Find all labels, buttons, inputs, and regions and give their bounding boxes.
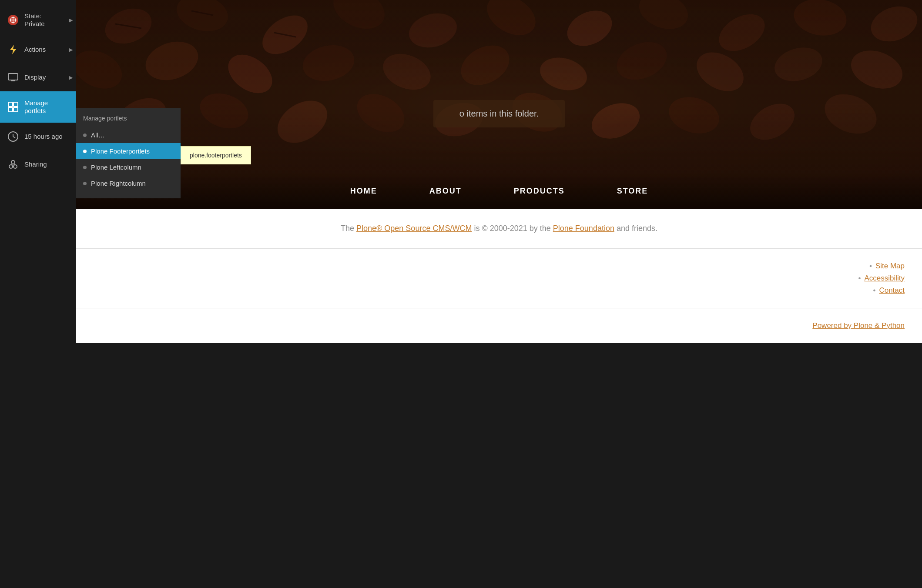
- sidebar-item-state[interactable]: State: Private ▶: [0, 4, 76, 36]
- footer-link-sitemap: Site Map: [869, 262, 905, 271]
- svg-rect-5: [8, 74, 18, 80]
- contact-link[interactable]: Contact: [879, 286, 905, 295]
- sidebar-item-history[interactable]: 15 hours ago: [0, 123, 76, 150]
- sidebar-history-label: 15 hours ago: [24, 133, 63, 140]
- folder-message-text: o items in this folder.: [459, 109, 539, 118]
- copyright-prefix: The: [341, 224, 354, 233]
- svg-line-18: [11, 164, 13, 165]
- dropdown-item-all[interactable]: All…: [76, 127, 181, 143]
- svg-rect-10: [8, 107, 13, 112]
- svg-line-19: [13, 164, 15, 165]
- dropdown-item-label: Plone Rightcolumn: [91, 180, 146, 187]
- sidebar-item-manage-portlets[interactable]: Manage portlets: [0, 91, 76, 123]
- manage-portlets-dropdown: Manage portlets All… Plone Footerportlet…: [76, 108, 251, 198]
- dropdown-item-label: All…: [91, 131, 105, 139]
- sitemap-link[interactable]: Site Map: [875, 262, 905, 271]
- dropdown-item-label: Plone Leftcolumn: [91, 164, 141, 171]
- bullet-icon: [83, 150, 87, 153]
- dropdown-item-footerportlets[interactable]: Plone Footerportlets: [76, 143, 181, 159]
- powered-by-link[interactable]: Powered by Plone & Python: [812, 321, 905, 330]
- bullet-icon: [83, 182, 87, 185]
- chevron-right-icon: ▶: [69, 17, 73, 23]
- footer-copyright: The Plone® Open Source CMS/WCM is © 2000…: [76, 209, 922, 249]
- sidebar-portlets-label: Manage portlets: [24, 99, 69, 115]
- portlets-icon: [7, 101, 19, 113]
- tooltip-box: plone.footerportlets: [181, 146, 251, 164]
- svg-point-15: [9, 165, 13, 168]
- main-content: HOME ABOUT PRODUCTS STORE o items in thi…: [76, 0, 922, 588]
- bullet-icon: [83, 134, 87, 137]
- sidebar-sharing-label: Sharing: [24, 160, 47, 168]
- nav-home[interactable]: HOME: [350, 187, 377, 196]
- dropdown-title: Manage portlets: [76, 115, 181, 127]
- chevron-right-icon: ▶: [69, 75, 73, 80]
- state-icon: [7, 14, 19, 26]
- nav-products[interactable]: PRODUCTS: [514, 187, 565, 196]
- foundation-link[interactable]: Plone Foundation: [553, 224, 614, 233]
- footer-links: Site Map Accessibility Contact: [76, 249, 922, 308]
- svg-rect-11: [13, 107, 18, 112]
- svg-marker-4: [10, 45, 16, 54]
- nav-store[interactable]: STORE: [617, 187, 648, 196]
- svg-point-17: [11, 160, 15, 164]
- clock-icon: [7, 130, 19, 143]
- tooltip-text: plone.footerportlets: [190, 152, 242, 159]
- nav-about[interactable]: ABOUT: [429, 187, 462, 196]
- lightning-icon: [7, 43, 19, 56]
- svg-line-14: [13, 137, 15, 138]
- svg-point-16: [13, 165, 17, 168]
- footer-link-accessibility: Accessibility: [858, 274, 905, 283]
- dropdown-item-label: Plone Footerportlets: [91, 147, 150, 155]
- sidebar: State: Private ▶ Actions ▶ Display ▶: [0, 0, 76, 588]
- sidebar-item-display[interactable]: Display ▶: [0, 63, 76, 91]
- sidebar-item-actions[interactable]: Actions ▶: [0, 36, 76, 63]
- folder-message-box: o items in this folder.: [433, 100, 565, 127]
- footer-link-contact: Contact: [873, 286, 905, 295]
- footer-powered: Powered by Plone & Python: [76, 308, 922, 343]
- bullet-icon: [83, 166, 87, 169]
- sharing-icon: [7, 158, 19, 170]
- dropdown-item-rightcolumn[interactable]: Plone Rightcolumn: [76, 175, 181, 191]
- sidebar-display-label: Display: [24, 74, 46, 81]
- accessibility-link[interactable]: Accessibility: [864, 274, 905, 283]
- plone-link[interactable]: Plone® Open Source CMS/WCM: [356, 224, 472, 233]
- dropdown-menu-panel: Manage portlets All… Plone Footerportlet…: [76, 108, 181, 198]
- dropdown-item-leftcolumn[interactable]: Plone Leftcolumn: [76, 159, 181, 175]
- display-icon: [7, 71, 19, 84]
- svg-rect-9: [13, 102, 18, 107]
- svg-rect-8: [8, 102, 13, 107]
- footer-area: The Plone® Open Source CMS/WCM is © 2000…: [76, 209, 922, 343]
- sidebar-actions-label: Actions: [24, 46, 46, 53]
- sidebar-item-sharing[interactable]: Sharing: [0, 150, 76, 178]
- chevron-right-icon: ▶: [69, 47, 73, 53]
- sidebar-state-label: State: Private: [24, 12, 45, 28]
